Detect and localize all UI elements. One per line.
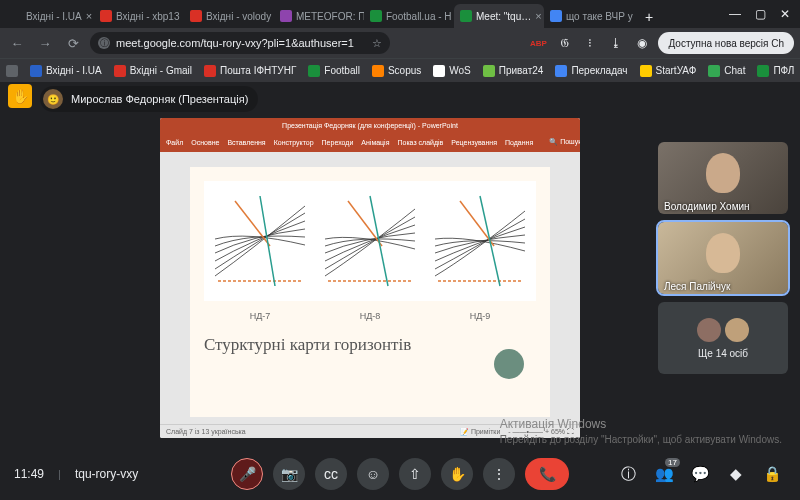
participant-tile[interactable]: Володимир Хомин [658,142,788,214]
address-bar[interactable]: ⓘ meet.google.com/tqu-rory-vxy?pli=1&aut… [90,32,390,54]
ppt-search[interactable]: 🔍 Пошук [549,138,580,146]
video-feed [658,230,788,276]
participants-overflow-tile[interactable]: Ще 14 осіб [658,302,788,374]
tab-title: Вхідні - xbp13 [116,11,180,22]
presenter-chip[interactable]: 🙂 Мирослав Федорняк (Презентація) [40,86,258,112]
bookmark-item[interactable]: WoS [433,65,471,77]
bookmark-item[interactable]: ПФЛ [757,65,794,77]
ppt-menu-item[interactable]: Конструктор [274,139,314,146]
translate-extension-icon[interactable]: 𝔊 [554,33,574,53]
map-label: НД-8 [320,311,420,321]
shared-screen: Презентація Федорняк (для конференції) -… [160,118,580,438]
tab-3[interactable]: METEOFOR: П × [274,4,364,28]
slide-stamp-icon [494,349,524,379]
bookmark-favicon [308,65,320,77]
close-icon[interactable]: × [535,10,541,22]
window-controls: — ▢ ✕ [719,0,800,28]
meet-control-bar: 11:49 | tqu-rory-vxy 🎤 📷 cc ☺ ⇧ ✋ ⋮ 📞 ⓘ … [0,448,800,500]
bookmark-item[interactable]: Chat [708,65,745,77]
ppt-menu-item[interactable]: Переходи [322,139,354,146]
bookmark-item[interactable]: Приват24 [483,65,544,77]
downloads-button[interactable]: ⭳ [606,33,626,53]
participant-tile-speaking[interactable]: Леся Палійчук [658,222,788,294]
ppt-menu-item[interactable]: Показ слайдів [397,139,443,146]
minimize-button[interactable]: — [729,7,741,21]
bookmark-item[interactable]: Scopus [372,65,421,77]
new-tab-button[interactable]: + [638,6,660,28]
tab-title: що таке ВЧР у [566,11,633,22]
bookmark-item[interactable]: Вхідні - Gmail [114,65,192,77]
ppt-menu-item[interactable]: Файл [166,139,183,146]
ppt-status-left: Слайд 7 із 13 українська [166,428,246,435]
host-controls-button[interactable]: 🔒 [758,460,786,488]
bookmark-item[interactable]: Пошта ІФНТУНГ [204,65,296,77]
activities-button[interactable]: ◆ [722,460,750,488]
meeting-details-button[interactable]: ⓘ [614,460,642,488]
ppt-menu-item[interactable]: Подання [505,139,533,146]
ppt-ribbon: Файл Основне Вставлення Конструктор Пере… [160,132,580,152]
bookmark-label: Football [324,65,360,76]
more-options-button[interactable]: ⋮ [483,458,515,490]
tab-6[interactable]: що таке ВЧР у × [544,4,634,28]
raise-hand-indicator[interactable]: ✋ [8,84,32,108]
people-button[interactable]: 👥 17 [650,460,678,488]
bookmarks-bar: Вхідні - I.UA Вхідні - Gmail Пошта ІФНТУ… [0,58,800,82]
tab-favicon [100,10,112,22]
hand-icon: ✋ [12,88,29,104]
mic-button-muted[interactable]: 🎤 [231,458,263,490]
separator: | [58,468,61,480]
tab-favicon [460,10,472,22]
ppt-zoom-controls[interactable]: - ——•—— + 65% ⛶ [508,428,574,435]
bookmark-label: Вхідні - Gmail [130,65,192,76]
bookmark-favicon [640,65,652,77]
bookmark-item[interactable]: StartУАФ [640,65,697,77]
site-info-icon[interactable]: ⓘ [98,37,110,49]
meeting-clock: 11:49 [14,467,44,481]
back-button[interactable]: ← [6,32,28,54]
maximize-button[interactable]: ▢ [755,7,766,21]
close-icon[interactable]: × [86,10,92,22]
chat-button[interactable]: 💬 [686,460,714,488]
tab-4[interactable]: Football.ua - Н × [364,4,454,28]
bookmark-star-icon[interactable]: ☆ [372,37,382,50]
update-available-pill[interactable]: Доступна нова версія Ch [658,32,794,54]
ppt-notes-button[interactable]: 📝 Примітки [460,428,500,436]
captions-button[interactable]: cc [315,458,347,490]
abp-extension-icon[interactable]: ABP [528,33,548,53]
reload-button[interactable]: ⟳ [62,32,84,54]
present-button[interactable]: ⇧ [399,458,431,490]
camera-button[interactable]: 📷 [273,458,305,490]
forward-button[interactable]: → [34,32,56,54]
reactions-button[interactable]: ☺ [357,458,389,490]
tab-5-active[interactable]: Meet: "tqu… × [454,4,544,28]
profile-avatar[interactable]: ◉ [632,33,652,53]
tab-title: Вхідні - volody [206,11,271,22]
tab-1[interactable]: Вхідні - xbp13 × [94,4,184,28]
browser-tabstrip: Вхідні - I.UA × Вхідні - xbp13 × Вхідні … [0,0,800,28]
ppt-window-title: Презентація Федорняк (для конференції) -… [160,118,580,132]
bookmark-label: Приват24 [499,65,544,76]
bookmark-item[interactable]: Football [308,65,360,77]
ppt-status-bar: Слайд 7 із 13 українська 📝 Примітки - ——… [160,424,580,438]
raise-hand-button[interactable]: ✋ [441,458,473,490]
ppt-menu-item[interactable]: Рецензування [451,139,497,146]
contour-map-svg [430,187,530,295]
extensions-button[interactable]: ⁝ [580,33,600,53]
slide-title: Стурктурні карти горизонтів [204,335,536,355]
ppt-menu-item[interactable]: Анімація [361,139,389,146]
bookmark-label: Scopus [388,65,421,76]
bookmark-label: StartУАФ [656,65,697,76]
map-nd9 [430,187,530,295]
end-call-button[interactable]: 📞 [525,458,569,490]
close-window-button[interactable]: ✕ [780,7,790,21]
tab-2[interactable]: Вхідні - volody × [184,4,274,28]
ppt-menu-item[interactable]: Вставлення [227,139,265,146]
tab-0[interactable]: Вхідні - I.UA × [4,4,94,28]
bookmark-item[interactable]: Вхідні - I.UA [30,65,102,77]
bookmark-item[interactable]: Перекладач [555,65,627,77]
bookmark-favicon [433,65,445,77]
call-controls: 🎤 📷 cc ☺ ⇧ ✋ ⋮ 📞 [231,458,569,490]
ppt-menu-item[interactable]: Основне [191,139,219,146]
ppt-canvas: НД-7 НД-8 НД-9 Стурктурні карти горизонт… [160,160,580,424]
apps-button[interactable] [6,65,18,77]
